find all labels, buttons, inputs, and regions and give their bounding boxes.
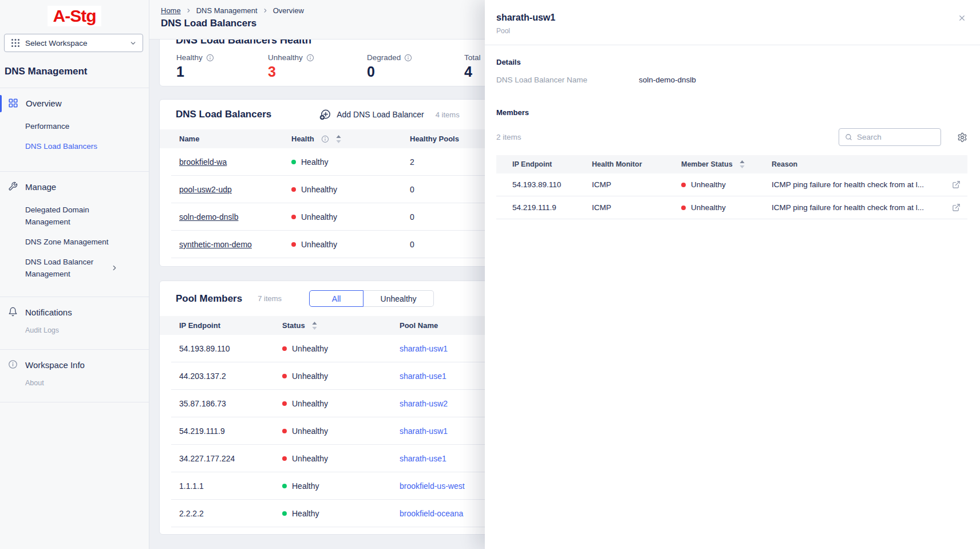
column-label: Health (291, 135, 314, 143)
workspace-selector-label: Select Workspace (25, 39, 124, 48)
status-dot (282, 429, 287, 433)
sidebar-item-label: Manage (25, 181, 56, 193)
pool-name-link[interactable]: sharath-usw2 (400, 399, 448, 408)
lb-name-link[interactable]: soln-demo-dnslb (179, 212, 239, 222)
column-status[interactable]: Status (282, 321, 400, 330)
workspace-selector[interactable]: Select Workspace (4, 34, 143, 52)
add-dns-load-balancer-button[interactable]: Add DNS Load Balancer (319, 109, 424, 120)
stat-degraded: Degraded 0 (367, 53, 464, 80)
members-table: IP Endpoint Health Monitor Member Status… (496, 155, 967, 219)
stat-unhealthy: Unhealthy 3 (268, 53, 367, 80)
breadcrumb-overview[interactable]: Overview (273, 6, 304, 15)
wrench-icon (8, 181, 18, 191)
column-label: Member Status (681, 160, 733, 168)
column-health-monitor[interactable]: Health Monitor (592, 160, 681, 168)
members-heading: Members (496, 108, 967, 117)
sidebar-item-manage[interactable]: Manage (0, 172, 149, 200)
sidebar-item-notifications[interactable]: Notifications (0, 297, 149, 325)
status-label: Unhealthy (301, 212, 337, 222)
sort-icon[interactable] (336, 135, 341, 143)
chevron-down-icon (129, 40, 137, 47)
gear-icon[interactable] (957, 132, 967, 143)
pool-name-link[interactable]: sharath-usw1 (400, 426, 448, 436)
ip-endpoint: 54.193.89.110 (496, 180, 592, 189)
lb-name-link[interactable]: brookfield-wa (179, 157, 227, 167)
sidebar-item-dns-zone-management[interactable]: DNS Zone Management (0, 232, 149, 252)
items-count: 7 items (258, 294, 282, 303)
pool-name-link[interactable]: brookfield-us-west (400, 481, 465, 491)
sidebar-item-delegated-domain-management[interactable]: Delegated Domain Management (0, 200, 123, 232)
column-ip-endpoint[interactable]: IP Endpoint (496, 160, 592, 168)
pool-name-link[interactable]: brookfield-oceana (400, 509, 463, 518)
pool-name-link[interactable]: sharath-usw1 (400, 344, 448, 353)
member-status: Healthy (282, 481, 400, 491)
search-input[interactable] (857, 133, 935, 141)
sidebar-item-performance[interactable]: Performance (0, 116, 149, 136)
column-health[interactable]: Health (291, 135, 410, 143)
column-reason[interactable]: Reason (772, 160, 967, 168)
sort-icon[interactable] (312, 322, 317, 330)
grid-3x3-icon (11, 38, 20, 48)
table-row[interactable]: 54.219.111.9 ICMP Unhealthy ICMP ping fa… (496, 196, 967, 219)
pool-name-link[interactable]: sharath-use1 (400, 454, 446, 463)
status-label: Unhealthy (292, 426, 328, 436)
external-link-icon[interactable] (952, 203, 961, 212)
lb-name-link[interactable]: pool-usw2-udp (179, 185, 232, 194)
column-ip-endpoint[interactable]: IP Endpoint (160, 321, 282, 330)
sidebar-item-overview[interactable]: Overview (0, 88, 149, 116)
sidebar-item-dns-load-balancers[interactable]: DNS Load Balancers (0, 136, 149, 156)
table-row[interactable]: 54.193.89.110 ICMP Unhealthy ICMP ping f… (496, 173, 967, 196)
status-dot (282, 456, 287, 461)
status-dot (291, 215, 296, 219)
divider (0, 402, 149, 402)
sort-icon[interactable] (740, 160, 745, 168)
sidebar-item-workspace-info[interactable]: Workspace Info (0, 350, 149, 378)
member-status: Unhealthy (681, 180, 772, 189)
sidebar-item-label: Workspace Info (25, 360, 85, 371)
breadcrumb-dns-management[interactable]: DNS Management (196, 6, 258, 15)
info-icon (306, 54, 314, 62)
health-status: Healthy (291, 157, 410, 167)
status-label: Unhealthy (301, 240, 337, 249)
status-label: Unhealthy (292, 454, 328, 463)
info-icon (8, 360, 18, 369)
pool-name-link[interactable]: sharath-use1 (400, 372, 446, 381)
ip-endpoint: 54.219.111.9 (160, 426, 282, 436)
status-label: Healthy (292, 509, 319, 518)
sidebar-item-about[interactable]: About (0, 378, 149, 393)
stat-label: Unhealthy (268, 53, 303, 62)
sidebar-item-audit-logs[interactable]: Audit Logs (0, 325, 149, 340)
tab-unhealthy[interactable]: Unhealthy (363, 290, 434, 307)
sidebar-item-dns-load-balancer-management[interactable]: DNS Load Balancer Management (0, 252, 129, 284)
breadcrumb-home[interactable]: Home (161, 6, 181, 15)
column-member-status[interactable]: Member Status (681, 160, 772, 168)
ip-endpoint: 2.2.2.2 (160, 509, 282, 518)
lb-name-link[interactable]: synthetic-mon-demo (179, 240, 252, 249)
external-link-icon[interactable] (952, 180, 961, 189)
search-icon (845, 133, 852, 141)
sidebar-item-label: DNS Load Balancer Management (25, 258, 93, 278)
sidebar-item-label: Notifications (25, 307, 72, 318)
stat-value: 4 (464, 64, 481, 80)
card-title: DNS Load Balancers (176, 109, 271, 120)
detail-label: DNS Load Balancer Name (496, 76, 639, 84)
member-status: Unhealthy (681, 203, 772, 212)
ip-endpoint: 44.203.137.2 (160, 372, 282, 381)
drawer-subtitle: Pool (496, 27, 966, 35)
status-label: Unhealthy (292, 399, 328, 408)
member-status: Unhealthy (282, 372, 400, 381)
column-name[interactable]: Name (160, 135, 291, 143)
column-label: Reason (772, 160, 797, 168)
health-status: Unhealthy (291, 212, 410, 222)
status-dot (291, 160, 296, 164)
brand-logo: A-Stg (48, 6, 102, 26)
member-status: Unhealthy (282, 399, 400, 408)
status-label: Healthy (292, 481, 319, 491)
status-dot (282, 401, 287, 406)
close-icon[interactable] (958, 14, 966, 22)
bell-icon (8, 307, 18, 317)
tab-all[interactable]: All (309, 290, 363, 307)
status-dot (282, 374, 287, 378)
health-monitor: ICMP (592, 203, 681, 212)
member-status: Healthy (282, 509, 400, 518)
